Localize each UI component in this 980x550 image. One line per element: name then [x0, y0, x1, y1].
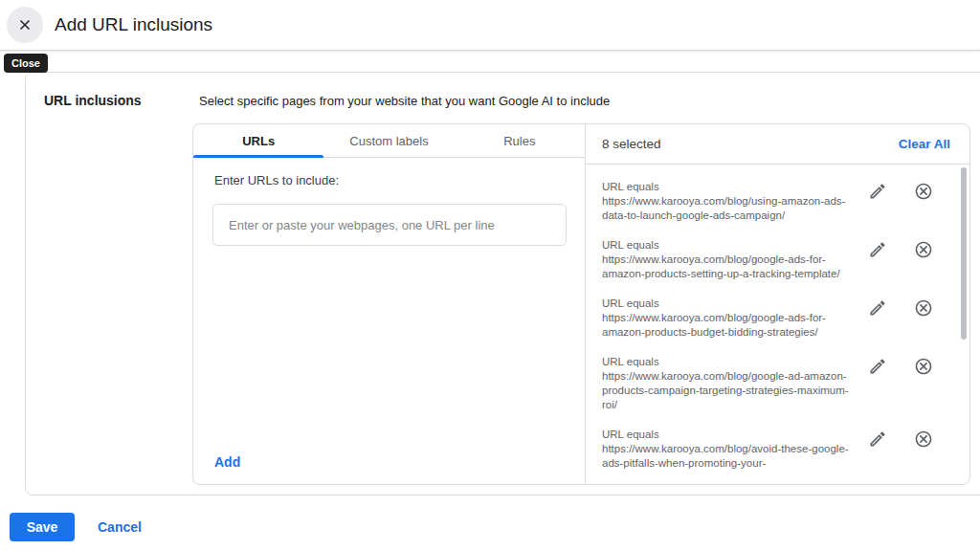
- selected-url-row: URL equals https://www.karooya.com/blog/…: [602, 180, 969, 223]
- tab-urls[interactable]: URLs: [193, 124, 323, 157]
- url-condition: URL equals: [602, 355, 854, 369]
- pencil-icon: [868, 298, 887, 318]
- edit-url-button[interactable]: [868, 182, 887, 201]
- remove-url-button[interactable]: [914, 240, 933, 259]
- page-title: Add URL inclusions: [55, 14, 212, 35]
- edit-url-button[interactable]: [868, 357, 887, 376]
- remove-url-button[interactable]: [914, 298, 933, 318]
- tab-bar: URLs Custom labels Rules: [193, 124, 585, 158]
- url-value: https://www.karooya.com/blog/avoid-these…: [602, 442, 854, 471]
- section-description: Select specific pages from your website …: [199, 94, 610, 108]
- save-button[interactable]: Save: [10, 513, 75, 541]
- edit-url-button[interactable]: [868, 429, 887, 449]
- add-button[interactable]: Add: [214, 454, 240, 470]
- selected-url-row: URL equals https://www.karooya.com/blog/…: [602, 355, 969, 412]
- dialog-header: Add URL inclusions: [0, 0, 980, 51]
- close-icon: [16, 16, 33, 33]
- scrollbar-thumb[interactable]: [961, 167, 967, 340]
- selected-url-row: URL equals https://www.karooya.com/blog/…: [602, 297, 969, 340]
- pencil-icon: [868, 182, 887, 201]
- url-picker-panel: URLs Custom labels Rules Enter URLs to i…: [192, 123, 970, 485]
- circle-x-icon: [914, 298, 933, 318]
- circle-x-icon: [914, 429, 933, 449]
- close-tooltip: Close: [4, 54, 48, 73]
- remove-url-button[interactable]: [914, 182, 933, 201]
- selected-url-row: URL equals https://www.karooya.com/blog/…: [602, 428, 969, 471]
- pencil-icon: [868, 429, 887, 449]
- close-button[interactable]: [7, 7, 43, 43]
- url-value: https://www.karooya.com/blog/using-amazo…: [602, 194, 854, 223]
- url-condition: URL equals: [602, 238, 854, 253]
- circle-x-icon: [914, 357, 933, 376]
- circle-x-icon: [914, 240, 933, 259]
- selected-urls-pane: 8 selected Clear All URL equals https://…: [586, 124, 969, 484]
- cancel-button[interactable]: Cancel: [98, 519, 142, 535]
- url-entry-pane: URLs Custom labels Rules Enter URLs to i…: [193, 124, 586, 484]
- clear-all-button[interactable]: Clear All: [899, 137, 950, 151]
- url-input[interactable]: [212, 204, 567, 246]
- remove-url-button[interactable]: [914, 357, 933, 376]
- url-inclusions-card: URL inclusions Select specific pages fro…: [25, 72, 980, 495]
- url-value: https://www.karooya.com/blog/google-ads-…: [602, 253, 854, 281]
- tab-custom-labels[interactable]: Custom labels: [323, 124, 454, 157]
- url-value: https://www.karooya.com/blog/google-ads-…: [602, 311, 854, 340]
- circle-x-icon: [914, 182, 933, 201]
- edit-url-button[interactable]: [868, 298, 887, 318]
- url-condition: URL equals: [602, 297, 854, 311]
- selected-header: 8 selected Clear All: [586, 124, 969, 165]
- selected-count: 8 selected: [602, 137, 661, 151]
- tab-rules[interactable]: Rules: [455, 124, 585, 157]
- edit-url-button[interactable]: [868, 240, 887, 259]
- pencil-icon: [868, 240, 887, 259]
- url-condition: URL equals: [602, 428, 854, 442]
- url-value: https://www.karooya.com/blog/google-ad-a…: [602, 369, 854, 412]
- url-condition: URL equals: [602, 180, 854, 194]
- section-label: URL inclusions: [44, 93, 142, 108]
- selected-url-row: URL equals https://www.karooya.com/blog/…: [602, 238, 969, 281]
- url-input-label: Enter URLs to include:: [214, 173, 339, 187]
- pencil-icon: [868, 357, 887, 376]
- selected-url-list: URL equals https://www.karooya.com/blog/…: [586, 165, 969, 484]
- dialog-footer: Save Cancel: [10, 513, 142, 541]
- remove-url-button[interactable]: [914, 429, 933, 449]
